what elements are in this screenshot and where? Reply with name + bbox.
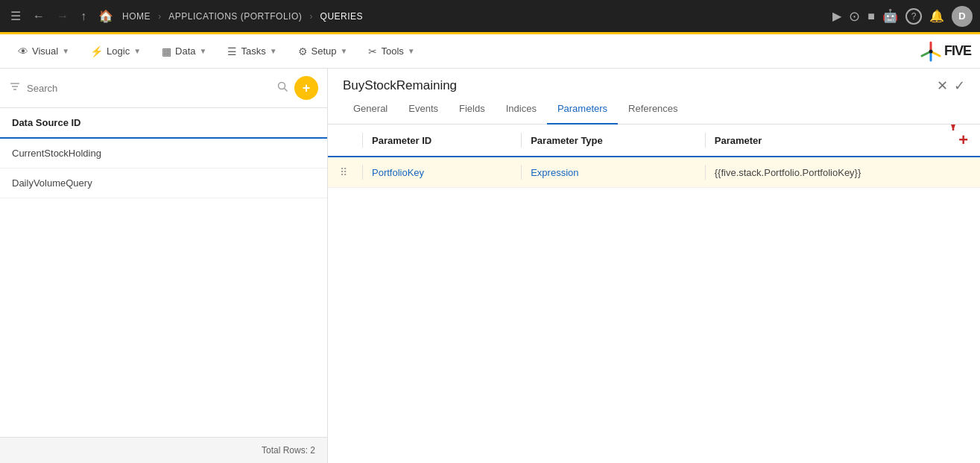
param-value: {{five.stack.Portfolio.PortfolioKey}} [715,167,862,178]
data-chevron-icon: ▼ [200,47,207,55]
logic-chevron-icon: ▼ [133,47,141,55]
col-separator [521,133,522,148]
parameters-table: Parameter ID Parameter Type Parameter + [328,125,980,463]
search-circle-icon[interactable]: ⊙ [849,8,860,25]
filter-icon [9,81,21,95]
menu-item-visual[interactable]: 👁 Visual ▼ [9,41,78,62]
table-header-row: Parameter ID Parameter Type Parameter + [328,125,980,157]
tab-parameters[interactable]: Parameters [547,94,618,125]
home-label[interactable]: HOME [122,11,151,22]
tab-references[interactable]: References [618,94,688,125]
tools-chevron-icon: ▼ [408,47,415,55]
row-label: DailyVolumeQuery [12,177,92,189]
five-logo-icon [920,41,941,62]
param-cell: {{five.stack.Portfolio.PortfolioKey}} [715,167,938,178]
right-panel: BuyStockRemaining ✕ ✓ General Events Fie… [328,69,980,463]
close-icon[interactable]: ✕ [937,78,948,94]
col-separator [705,133,706,148]
actions-col-header: + [938,132,968,148]
robot-icon[interactable]: 🤖 [882,8,898,24]
menu-icon[interactable]: ☰ [7,6,24,26]
left-panel: + Data Source ID CurrentStockHolding Dai… [0,69,328,463]
main-area: + Data Source ID CurrentStockHolding Dai… [0,69,980,463]
bell-icon[interactable]: 🔔 [929,9,944,23]
visual-chevron-icon: ▼ [62,47,69,55]
row-separator [705,165,706,180]
menu-item-setup[interactable]: ⚙ Setup ▼ [289,41,357,62]
add-parameter-button[interactable]: + [958,132,968,148]
visual-icon: 👁 [18,45,28,57]
param-type-cell: Expression [531,167,705,178]
stop-icon[interactable]: ■ [867,10,875,23]
breadcrumb-sep-1: › [158,10,161,22]
drag-handle[interactable]: ⠿ [340,166,362,178]
top-navigation-bar: ☰ ← → ↑ 🏠 HOME › APPLICATIONS (PORTFOLIO… [0,0,980,34]
menu-item-setup-label: Setup [312,45,337,57]
tab-indices[interactable]: Indices [496,94,547,125]
breadcrumb-sep-2: › [309,10,312,22]
confirm-icon[interactable]: ✓ [954,78,965,94]
svg-line-9 [285,89,288,92]
menu-item-tasks[interactable]: ☰ Tasks ▼ [218,41,285,62]
back-icon[interactable]: ← [30,7,48,26]
left-table-rows: CurrentStockHolding DailyVolumeQuery [0,139,327,437]
right-panel-header: BuyStockRemaining ✕ ✓ [328,69,980,94]
help-icon[interactable]: ? [905,8,922,25]
menu-item-logic-label: Logic [107,45,130,57]
query-title: BuyStockRemaining [343,78,937,93]
menu-item-logic[interactable]: ⚡ Logic ▼ [81,41,150,62]
svg-point-4 [929,49,932,53]
play-icon[interactable]: ▶ [832,9,841,23]
total-rows-label: Total Rows: 2 [262,445,315,456]
menu-item-tasks-label: Tasks [241,45,265,57]
menu-item-tools[interactable]: ✂ Tools ▼ [359,41,423,62]
table-row[interactable]: ⠿ PortfolioKey Expression {{five.stack.P… [328,157,980,188]
tab-fields[interactable]: Fields [449,94,496,125]
search-input[interactable] [27,83,271,94]
param-type-value[interactable]: Expression [531,167,578,178]
tab-bar: General Events Fields Indices Parameters… [328,94,980,125]
logic-icon: ⚡ [90,45,103,57]
tasks-chevron-icon: ▼ [270,47,277,55]
red-arrow-indicator [938,125,976,139]
top-bar-actions: ▶ ⊙ ■ 🤖 ? 🔔 D [832,6,973,27]
param-id-value[interactable]: PortfolioKey [372,167,424,178]
applications-label[interactable]: APPLICATIONS (PORTFOLIO) [168,11,302,22]
row-label: CurrentStockHolding [12,148,101,159]
up-icon[interactable]: ↑ [78,7,89,26]
list-item[interactable]: CurrentStockHolding [0,139,327,168]
left-panel-footer: Total Rows: 2 [0,437,327,463]
user-avatar[interactable]: D [952,6,973,27]
five-logo: FIVE [920,41,971,62]
row-separator [521,165,522,180]
param-type-header: Parameter Type [531,135,705,146]
tasks-icon: ☰ [227,45,237,57]
search-bar: + [0,69,327,108]
param-id-header: Parameter ID [372,135,521,146]
tab-events[interactable]: Events [398,94,449,125]
menu-item-tools-label: Tools [381,45,403,57]
left-table-header: Data Source ID [0,108,327,139]
add-button[interactable]: + [294,76,318,100]
setup-icon: ⚙ [298,45,308,57]
queries-label[interactable]: QUERIES [320,11,364,22]
menu-item-data-label: Data [175,45,195,57]
list-item[interactable]: DailyVolumeQuery [0,168,327,198]
menu-bar: 👁 Visual ▼ ⚡ Logic ▼ ▦ Data ▼ ☰ Tasks ▼ … [0,34,980,69]
param-header: Parameter [715,135,938,146]
setup-chevron-icon: ▼ [341,47,348,55]
tab-general[interactable]: General [343,94,398,125]
menu-item-data[interactable]: ▦ Data ▼ [153,41,215,62]
tools-icon: ✂ [368,45,377,57]
data-icon: ▦ [162,45,171,57]
col-separator [362,133,363,148]
param-id-cell: PortfolioKey [372,167,521,178]
forward-icon[interactable]: → [54,7,72,26]
home-icon[interactable]: 🏠 [95,6,116,26]
search-icon[interactable] [276,81,288,95]
menu-item-visual-label: Visual [32,45,58,57]
right-header-actions: ✕ ✓ [937,78,965,94]
column-header-label: Data Source ID [12,117,80,128]
five-logo-text: FIVE [944,43,971,59]
row-separator [362,165,363,180]
